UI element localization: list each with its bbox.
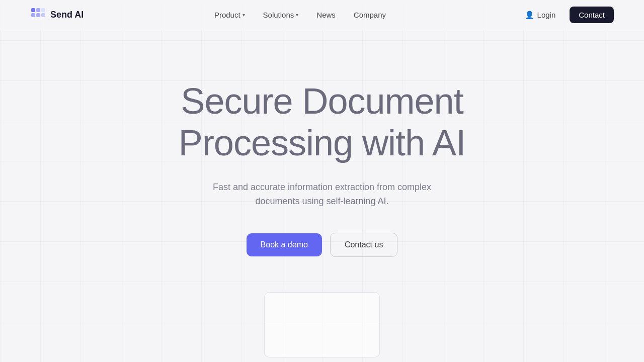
nav-actions: 👤 Login Contact — [517, 7, 614, 23]
hero-cta-group: Book a demo Contact us — [247, 233, 398, 257]
contact-button[interactable]: Contact — [570, 7, 614, 23]
nav-product-label: Product — [214, 11, 240, 19]
nav-links: Product ▾ Solutions ▾ News Company — [207, 8, 393, 22]
login-label: Login — [537, 11, 556, 19]
login-button[interactable]: 👤 Login — [517, 8, 564, 23]
svg-rect-0 — [31, 8, 35, 12]
nav-item-solutions[interactable]: Solutions ▾ — [256, 8, 306, 22]
hero-title-line2: Processing with AI — [179, 123, 465, 163]
chevron-down-icon: ▾ — [296, 12, 298, 18]
logo-icon — [30, 7, 46, 23]
logo-link[interactable]: Send AI — [30, 7, 84, 23]
nav-news-label: News — [316, 11, 336, 19]
svg-rect-1 — [36, 8, 40, 12]
navbar: Send AI Product ▾ Solutions ▾ News Compa… — [0, 0, 644, 30]
svg-rect-4 — [41, 8, 45, 12]
hero-title: Secure Document Processing with AI — [179, 80, 465, 164]
chevron-down-icon: ▾ — [243, 12, 245, 18]
svg-rect-5 — [41, 13, 45, 17]
contact-us-label: Contact us — [345, 240, 383, 249]
hero-title-line1: Secure Document — [181, 81, 463, 121]
hero-subtitle: Fast and accurate information extraction… — [196, 180, 448, 209]
nav-item-news[interactable]: News — [309, 8, 343, 22]
svg-rect-3 — [36, 13, 40, 17]
hero-section: Secure Document Processing with AI Fast … — [0, 30, 644, 287]
contact-label: Contact — [579, 11, 605, 19]
nav-solutions-label: Solutions — [263, 11, 294, 19]
user-icon: 👤 — [525, 11, 534, 20]
logo-text: Send AI — [50, 10, 84, 20]
book-demo-button[interactable]: Book a demo — [247, 233, 322, 256]
preview-box — [264, 292, 380, 357]
preview-area — [0, 292, 644, 357]
nav-item-product[interactable]: Product ▾ — [207, 8, 252, 22]
nav-company-label: Company — [354, 11, 386, 19]
nav-item-company[interactable]: Company — [347, 8, 393, 22]
svg-rect-2 — [31, 13, 35, 17]
book-demo-label: Book a demo — [261, 240, 308, 249]
contact-us-button[interactable]: Contact us — [330, 233, 397, 257]
